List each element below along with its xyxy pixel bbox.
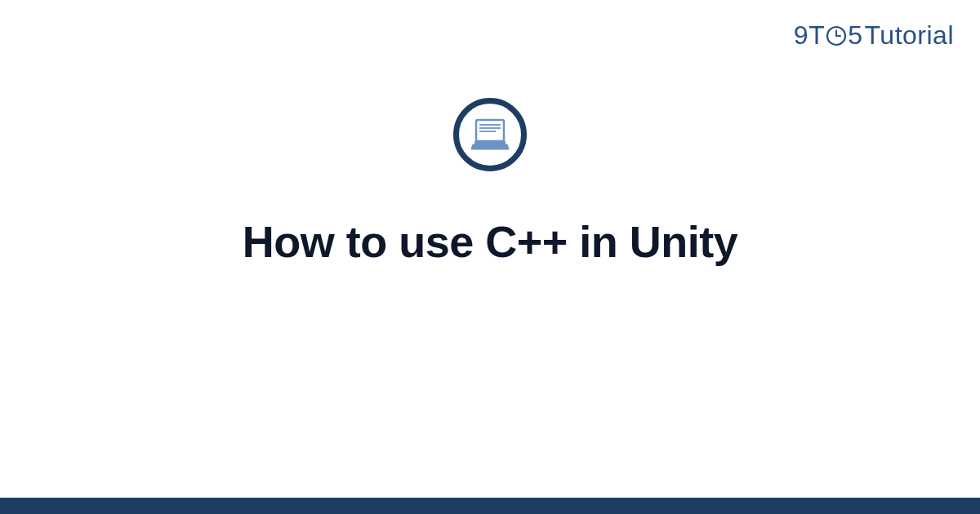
brand-logo: 9 T 5 Tutorial <box>794 20 954 51</box>
laptop-icon-circle <box>453 98 527 171</box>
svg-rect-3 <box>476 120 504 141</box>
laptop-icon <box>468 117 512 153</box>
main-content: How to use C++ in Unity <box>0 98 980 267</box>
svg-rect-7 <box>474 141 506 145</box>
brand-t: T <box>808 20 825 51</box>
footer-bar <box>0 498 980 514</box>
brand-nine: 9 <box>794 20 808 51</box>
page-title: How to use C++ in Unity <box>243 216 738 267</box>
clock-icon <box>826 25 847 47</box>
brand-five: 5 <box>848 20 862 51</box>
brand-tutorial: Tutorial <box>864 20 954 51</box>
